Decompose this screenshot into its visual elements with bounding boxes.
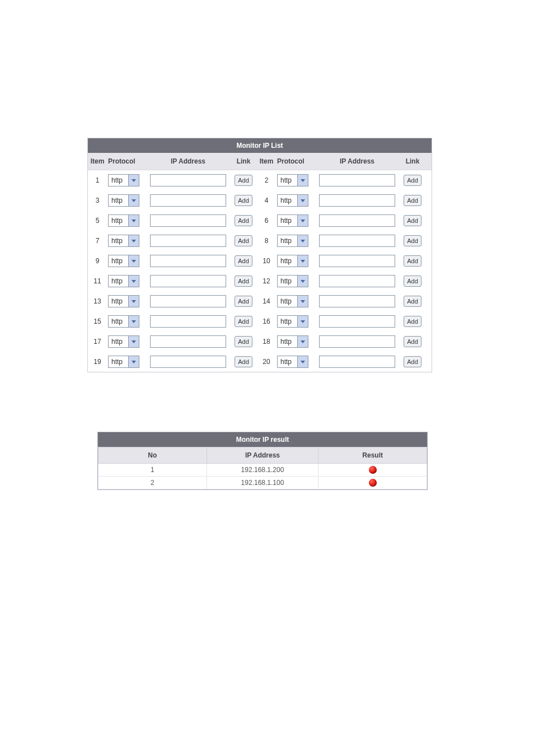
protocol-select[interactable]: http bbox=[108, 335, 139, 348]
chevron-down-icon[interactable] bbox=[297, 255, 308, 267]
link-cell: Add bbox=[230, 215, 257, 226]
ip-address-input[interactable] bbox=[319, 194, 395, 207]
protocol-select[interactable]: http bbox=[108, 315, 139, 328]
item-number: 20 bbox=[257, 358, 276, 366]
ip-address-input[interactable] bbox=[319, 335, 395, 348]
ip-address-input[interactable] bbox=[319, 315, 395, 328]
protocol-cell: http bbox=[107, 315, 146, 328]
chevron-down-icon[interactable] bbox=[128, 336, 139, 347]
chevron-down-icon[interactable] bbox=[128, 175, 139, 186]
add-button[interactable]: Add bbox=[235, 336, 252, 347]
ip-address-input[interactable] bbox=[150, 235, 226, 247]
protocol-select[interactable]: http bbox=[108, 275, 139, 287]
ip-cell bbox=[146, 295, 230, 307]
item-number: 12 bbox=[257, 277, 276, 285]
ip-address-input[interactable] bbox=[319, 295, 395, 307]
chevron-down-icon[interactable] bbox=[128, 296, 139, 307]
item-number: 5 bbox=[88, 217, 107, 225]
ip-address-input[interactable] bbox=[150, 255, 226, 267]
link-cell: Add bbox=[230, 175, 257, 186]
add-button[interactable]: Add bbox=[235, 356, 252, 367]
add-button[interactable]: Add bbox=[404, 276, 421, 287]
ip-address-input[interactable] bbox=[150, 214, 226, 227]
monitor-ip-list-row: 5httpAdd6httpAdd bbox=[88, 211, 432, 231]
chevron-down-icon[interactable] bbox=[297, 195, 308, 206]
add-button[interactable]: Add bbox=[404, 336, 421, 347]
chevron-down-icon[interactable] bbox=[128, 195, 139, 206]
add-button[interactable]: Add bbox=[235, 235, 252, 246]
add-button[interactable]: Add bbox=[404, 235, 421, 246]
result-status-cell bbox=[318, 464, 427, 477]
ip-address-input[interactable] bbox=[150, 275, 226, 287]
add-button[interactable]: Add bbox=[404, 195, 421, 206]
chevron-down-icon[interactable] bbox=[128, 235, 139, 246]
ip-address-input[interactable] bbox=[319, 275, 395, 287]
chevron-down-icon[interactable] bbox=[297, 215, 308, 226]
protocol-cell: http bbox=[276, 214, 315, 227]
ip-address-input[interactable] bbox=[319, 356, 395, 368]
protocol-select[interactable]: http bbox=[277, 295, 308, 307]
add-button[interactable]: Add bbox=[235, 175, 252, 186]
protocol-select-value: http bbox=[109, 336, 128, 347]
protocol-select[interactable]: http bbox=[277, 235, 308, 247]
chevron-down-icon[interactable] bbox=[297, 316, 308, 327]
protocol-select[interactable]: http bbox=[108, 174, 139, 186]
ip-address-input[interactable] bbox=[319, 214, 395, 227]
result-status-cell bbox=[318, 477, 427, 489]
link-cell: Add bbox=[399, 276, 426, 287]
chevron-down-icon[interactable] bbox=[297, 175, 308, 186]
protocol-select[interactable]: http bbox=[277, 275, 308, 287]
add-button[interactable]: Add bbox=[235, 255, 252, 267]
add-button[interactable]: Add bbox=[404, 296, 421, 307]
protocol-select[interactable]: http bbox=[277, 194, 308, 207]
ip-address-input[interactable] bbox=[150, 295, 226, 307]
protocol-select[interactable]: http bbox=[277, 335, 308, 348]
chevron-down-icon[interactable] bbox=[128, 255, 139, 267]
protocol-select[interactable]: http bbox=[108, 356, 139, 368]
chevron-down-icon[interactable] bbox=[128, 276, 139, 287]
add-button[interactable]: Add bbox=[404, 356, 421, 367]
add-button[interactable]: Add bbox=[235, 195, 252, 206]
chevron-down-icon[interactable] bbox=[297, 296, 308, 307]
chevron-down-icon[interactable] bbox=[297, 356, 308, 367]
protocol-cell: http bbox=[107, 335, 146, 348]
protocol-select[interactable]: http bbox=[108, 194, 139, 207]
protocol-select[interactable]: http bbox=[277, 255, 308, 267]
add-button[interactable]: Add bbox=[404, 316, 421, 327]
protocol-select[interactable]: http bbox=[108, 214, 139, 227]
ip-address-input[interactable] bbox=[319, 174, 395, 186]
protocol-select[interactable]: http bbox=[277, 356, 308, 368]
protocol-cell: http bbox=[107, 235, 146, 247]
add-button[interactable]: Add bbox=[404, 255, 421, 267]
ip-address-input[interactable] bbox=[319, 255, 395, 267]
header-protocol-2: Protocol bbox=[276, 157, 315, 165]
protocol-select[interactable]: http bbox=[277, 214, 308, 227]
chevron-down-icon[interactable] bbox=[297, 336, 308, 347]
add-button[interactable]: Add bbox=[404, 215, 421, 226]
chevron-down-icon[interactable] bbox=[297, 276, 308, 287]
protocol-select[interactable]: http bbox=[108, 255, 139, 267]
protocol-select[interactable]: http bbox=[277, 315, 308, 328]
ip-address-input[interactable] bbox=[150, 335, 226, 348]
item-number: 17 bbox=[88, 338, 107, 346]
protocol-select[interactable]: http bbox=[108, 295, 139, 307]
add-button[interactable]: Add bbox=[235, 276, 252, 287]
ip-address-input[interactable] bbox=[150, 356, 226, 368]
chevron-down-icon[interactable] bbox=[128, 215, 139, 226]
chevron-down-icon[interactable] bbox=[128, 316, 139, 327]
protocol-select[interactable]: http bbox=[277, 174, 308, 186]
ip-cell bbox=[146, 275, 230, 287]
add-button[interactable]: Add bbox=[404, 175, 421, 186]
ip-address-input[interactable] bbox=[150, 194, 226, 207]
add-button[interactable]: Add bbox=[235, 296, 252, 307]
ip-address-input[interactable] bbox=[150, 315, 226, 328]
link-cell: Add bbox=[399, 175, 426, 186]
chevron-down-icon[interactable] bbox=[297, 235, 308, 246]
ip-address-input[interactable] bbox=[319, 235, 395, 247]
protocol-select[interactable]: http bbox=[108, 235, 139, 247]
ip-cell bbox=[315, 356, 399, 368]
chevron-down-icon[interactable] bbox=[128, 356, 139, 367]
add-button[interactable]: Add bbox=[235, 215, 252, 226]
ip-address-input[interactable] bbox=[150, 174, 226, 186]
add-button[interactable]: Add bbox=[235, 316, 252, 327]
